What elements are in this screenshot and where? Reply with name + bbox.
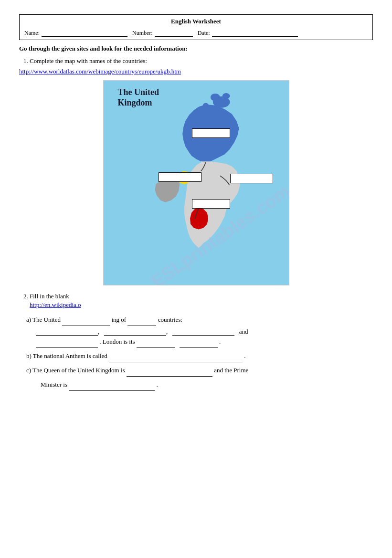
name-line[interactable] [42,29,127,37]
q2-text: Fill in the blank [30,293,69,300]
svg-point-3 [210,94,220,101]
minister-prefix: Minister is [41,381,69,388]
and-text: and [239,328,248,335]
question-1: Complete the map with names of the count… [30,57,373,65]
uk-map: The United Kingdom ESLprintables.com [103,80,289,285]
sub-c-minister: Minister is . [26,379,373,391]
country-blank-4[interactable] [36,341,98,348]
main-instruction: Go through the given sites and look for … [19,45,373,53]
sub-c-middle: and the Prime [214,367,248,374]
scotland-label-box[interactable] [192,128,230,138]
date-field: Date: [198,29,298,37]
wales-label-box[interactable] [192,199,230,209]
london-prefix: . London is its [99,338,137,345]
number-label: Number: [132,30,153,37]
svg-point-4 [222,93,230,99]
london-blank-2[interactable] [180,341,218,348]
map-title: The United Kingdom [118,87,159,108]
date-line[interactable] [212,29,298,37]
question-2-container: Fill in the blank http://en.wikipedia.o … [19,293,373,391]
sub-c-prefix: c) The Queen of the United Kingdom is [26,367,127,374]
sub-questions: a) The United ing of countries: , , and … [19,314,373,391]
date-label: Date: [198,30,210,37]
country-blank-1[interactable] [36,329,98,336]
header-row: Name: Number: Date: [24,29,368,37]
london-suffix: . [219,338,221,345]
question-2-list: Fill in the blank http://en.wikipedia.o [19,293,373,309]
number-field: Number: [132,29,193,37]
svg-point-5 [202,103,208,108]
sub-a-blank-middle[interactable] [62,319,110,326]
sub-a-london: . London is its . [26,336,373,348]
country-blank-2[interactable] [104,329,166,336]
northern-ireland-label-box[interactable] [159,172,201,182]
england-label-box[interactable] [230,174,273,183]
sub-q-b: b) The national Anthem is called . [26,350,373,362]
q1-text: Complete the map with names of the count… [30,57,147,64]
number-line[interactable] [155,29,193,37]
anthem-blank[interactable] [109,356,243,362]
sub-q-a: a) The United ing of countries: [26,314,373,326]
sub-a-blank-count[interactable] [127,319,156,326]
sub-a-middle: ing of countries: [111,316,182,323]
name-label: Name: [24,30,40,37]
sub-c-suffix: . [156,381,158,388]
name-field: Name: [24,29,127,37]
sub-a-prefix: a) The United [26,316,62,323]
worksheet-header: English Worksheet Name: Number: Date: [19,14,373,40]
sub-a-countries: , , and [26,328,373,336]
sub-q-c: c) The Queen of the United Kingdom is an… [26,364,373,377]
link-1[interactable]: http://www.worldatlas.com/webimage/count… [19,68,373,75]
link-2[interactable]: http://en.wikipedia.o [30,301,373,309]
country-blank-3[interactable] [172,329,234,336]
question-list: Complete the map with names of the count… [19,57,373,65]
sub-b-text: b) The national Anthem is called [26,352,109,359]
question-2: Fill in the blank http://en.wikipedia.o [30,293,373,309]
sub-b-suffix: . [244,352,245,359]
queen-blank[interactable] [127,370,212,377]
minister-blank[interactable] [69,384,155,391]
worksheet-title: English Worksheet [24,18,368,25]
london-blank-1[interactable] [137,341,175,348]
